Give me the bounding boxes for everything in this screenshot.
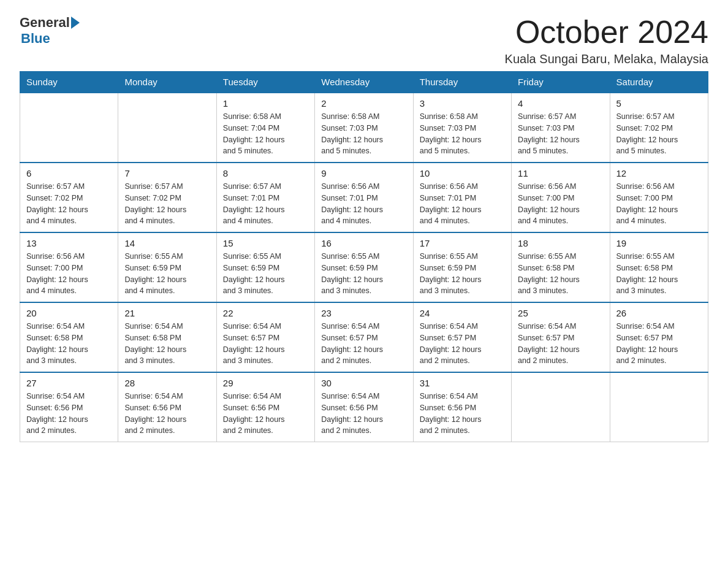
calendar-cell: 2Sunrise: 6:58 AM Sunset: 7:03 PM Daylig… [315, 93, 413, 163]
day-info: Sunrise: 6:56 AM Sunset: 7:01 PM Dayligh… [321, 181, 406, 227]
calendar-cell: 8Sunrise: 6:57 AM Sunset: 7:01 PM Daylig… [216, 163, 314, 232]
day-info: Sunrise: 6:54 AM Sunset: 6:58 PM Dayligh… [26, 321, 112, 367]
title-block: October 2024 Kuala Sungai Baru, Melaka, … [505, 15, 708, 66]
day-number: 30 [321, 378, 406, 388]
day-info: Sunrise: 6:56 AM Sunset: 7:00 PM Dayligh… [518, 181, 603, 227]
logo-blue-text: Blue [21, 31, 50, 47]
calendar-cell: 3Sunrise: 6:58 AM Sunset: 7:03 PM Daylig… [413, 93, 511, 163]
calendar-week-row: 1Sunrise: 6:58 AM Sunset: 7:04 PM Daylig… [20, 93, 708, 163]
day-number: 1 [223, 98, 308, 109]
calendar-cell: 6Sunrise: 6:57 AM Sunset: 7:02 PM Daylig… [20, 163, 118, 232]
calendar-cell: 1Sunrise: 6:58 AM Sunset: 7:04 PM Daylig… [216, 93, 314, 163]
day-number: 7 [124, 168, 210, 178]
day-number: 27 [26, 378, 112, 388]
day-info: Sunrise: 6:57 AM Sunset: 7:02 PM Dayligh… [616, 111, 702, 157]
day-info: Sunrise: 6:57 AM Sunset: 7:03 PM Dayligh… [518, 111, 603, 157]
calendar-cell: 24Sunrise: 6:54 AM Sunset: 6:57 PM Dayli… [413, 302, 511, 372]
day-number: 4 [518, 98, 603, 109]
day-number: 23 [321, 308, 406, 318]
day-info: Sunrise: 6:54 AM Sunset: 6:57 PM Dayligh… [518, 321, 603, 367]
day-info: Sunrise: 6:55 AM Sunset: 6:58 PM Dayligh… [518, 251, 603, 297]
day-number: 19 [616, 238, 702, 248]
weekday-header-saturday: Saturday [610, 72, 708, 93]
day-number: 12 [616, 168, 702, 178]
day-info: Sunrise: 6:57 AM Sunset: 7:02 PM Dayligh… [124, 181, 210, 227]
calendar-cell: 29Sunrise: 6:54 AM Sunset: 6:56 PM Dayli… [216, 372, 314, 442]
day-number: 9 [321, 168, 406, 178]
calendar-cell: 16Sunrise: 6:55 AM Sunset: 6:59 PM Dayli… [315, 232, 413, 302]
day-info: Sunrise: 6:55 AM Sunset: 6:59 PM Dayligh… [321, 251, 406, 297]
calendar-cell: 15Sunrise: 6:55 AM Sunset: 6:59 PM Dayli… [216, 232, 314, 302]
day-number: 11 [518, 168, 603, 178]
day-info: Sunrise: 6:55 AM Sunset: 6:59 PM Dayligh… [124, 251, 210, 297]
day-info: Sunrise: 6:54 AM Sunset: 6:56 PM Dayligh… [26, 391, 112, 437]
calendar-cell: 23Sunrise: 6:54 AM Sunset: 6:57 PM Dayli… [315, 302, 413, 372]
calendar-cell: 28Sunrise: 6:54 AM Sunset: 6:56 PM Dayli… [118, 372, 216, 442]
weekday-header-wednesday: Wednesday [315, 72, 413, 93]
day-info: Sunrise: 6:54 AM Sunset: 6:58 PM Dayligh… [124, 321, 210, 367]
day-number: 13 [26, 238, 112, 248]
calendar-cell: 11Sunrise: 6:56 AM Sunset: 7:00 PM Dayli… [512, 163, 610, 232]
calendar-cell: 13Sunrise: 6:56 AM Sunset: 7:00 PM Dayli… [20, 232, 118, 302]
weekday-header-thursday: Thursday [413, 72, 511, 93]
day-number: 29 [223, 378, 308, 388]
day-info: Sunrise: 6:58 AM Sunset: 7:03 PM Dayligh… [321, 111, 406, 157]
day-info: Sunrise: 6:54 AM Sunset: 6:57 PM Dayligh… [321, 321, 406, 367]
day-number: 26 [616, 308, 702, 318]
day-number: 18 [518, 238, 603, 248]
calendar-table: SundayMondayTuesdayWednesdayThursdayFrid… [20, 71, 708, 442]
calendar-cell: 20Sunrise: 6:54 AM Sunset: 6:58 PM Dayli… [20, 302, 118, 372]
calendar-header-row: SundayMondayTuesdayWednesdayThursdayFrid… [20, 72, 708, 93]
day-info: Sunrise: 6:55 AM Sunset: 6:59 PM Dayligh… [420, 251, 505, 297]
day-info: Sunrise: 6:54 AM Sunset: 6:57 PM Dayligh… [420, 321, 505, 367]
logo: General Blue [20, 15, 80, 47]
calendar-cell: 4Sunrise: 6:57 AM Sunset: 7:03 PM Daylig… [512, 93, 610, 163]
calendar-week-row: 27Sunrise: 6:54 AM Sunset: 6:56 PM Dayli… [20, 372, 708, 442]
day-number: 21 [124, 308, 210, 318]
calendar-cell: 12Sunrise: 6:56 AM Sunset: 7:00 PM Dayli… [610, 163, 708, 232]
calendar-cell: 19Sunrise: 6:55 AM Sunset: 6:58 PM Dayli… [610, 232, 708, 302]
day-number: 24 [420, 308, 505, 318]
calendar-cell [610, 372, 708, 442]
weekday-header-monday: Monday [118, 72, 216, 93]
calendar-cell: 27Sunrise: 6:54 AM Sunset: 6:56 PM Dayli… [20, 372, 118, 442]
day-number: 6 [26, 168, 112, 178]
day-info: Sunrise: 6:57 AM Sunset: 7:02 PM Dayligh… [26, 181, 112, 227]
calendar-cell: 9Sunrise: 6:56 AM Sunset: 7:01 PM Daylig… [315, 163, 413, 232]
day-info: Sunrise: 6:54 AM Sunset: 6:56 PM Dayligh… [420, 391, 505, 437]
day-number: 16 [321, 238, 406, 248]
day-info: Sunrise: 6:54 AM Sunset: 6:56 PM Dayligh… [223, 391, 308, 437]
day-info: Sunrise: 6:56 AM Sunset: 7:01 PM Dayligh… [420, 181, 505, 227]
calendar-week-row: 13Sunrise: 6:56 AM Sunset: 7:00 PM Dayli… [20, 232, 708, 302]
day-number: 31 [420, 378, 505, 388]
day-number: 22 [223, 308, 308, 318]
day-info: Sunrise: 6:55 AM Sunset: 6:59 PM Dayligh… [223, 251, 308, 297]
page-title: October 2024 [505, 15, 708, 50]
calendar-cell: 22Sunrise: 6:54 AM Sunset: 6:57 PM Dayli… [216, 302, 314, 372]
day-number: 25 [518, 308, 603, 318]
day-number: 20 [26, 308, 112, 318]
weekday-header-tuesday: Tuesday [216, 72, 314, 93]
day-info: Sunrise: 6:57 AM Sunset: 7:01 PM Dayligh… [223, 181, 308, 227]
weekday-header-friday: Friday [512, 72, 610, 93]
day-info: Sunrise: 6:54 AM Sunset: 6:56 PM Dayligh… [124, 391, 210, 437]
day-info: Sunrise: 6:58 AM Sunset: 7:04 PM Dayligh… [223, 111, 308, 157]
calendar-cell: 26Sunrise: 6:54 AM Sunset: 6:57 PM Dayli… [610, 302, 708, 372]
page-header: General Blue October 2024 Kuala Sungai B… [20, 15, 708, 66]
calendar-cell: 10Sunrise: 6:56 AM Sunset: 7:01 PM Dayli… [413, 163, 511, 232]
day-number: 17 [420, 238, 505, 248]
calendar-cell: 25Sunrise: 6:54 AM Sunset: 6:57 PM Dayli… [512, 302, 610, 372]
day-number: 15 [223, 238, 308, 248]
day-info: Sunrise: 6:54 AM Sunset: 6:57 PM Dayligh… [223, 321, 308, 367]
calendar-cell: 7Sunrise: 6:57 AM Sunset: 7:02 PM Daylig… [118, 163, 216, 232]
logo-general-text: General [20, 15, 70, 31]
day-number: 14 [124, 238, 210, 248]
day-info: Sunrise: 6:55 AM Sunset: 6:58 PM Dayligh… [616, 251, 702, 297]
calendar-cell: 21Sunrise: 6:54 AM Sunset: 6:58 PM Dayli… [118, 302, 216, 372]
calendar-week-row: 20Sunrise: 6:54 AM Sunset: 6:58 PM Dayli… [20, 302, 708, 372]
day-info: Sunrise: 6:54 AM Sunset: 6:56 PM Dayligh… [321, 391, 406, 437]
day-number: 8 [223, 168, 308, 178]
day-info: Sunrise: 6:58 AM Sunset: 7:03 PM Dayligh… [420, 111, 505, 157]
day-info: Sunrise: 6:54 AM Sunset: 6:57 PM Dayligh… [616, 321, 702, 367]
calendar-cell: 5Sunrise: 6:57 AM Sunset: 7:02 PM Daylig… [610, 93, 708, 163]
